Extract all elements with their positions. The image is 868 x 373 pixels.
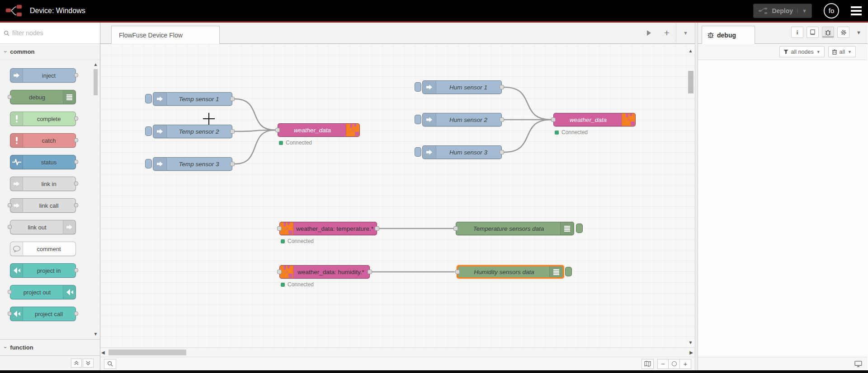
scroll-down-icon[interactable]: ▼ (93, 331, 99, 336)
inject-button[interactable] (145, 126, 152, 136)
collapse-all-categories-button[interactable] (71, 359, 82, 368)
output-port[interactable] (74, 203, 78, 207)
scroll-up-icon[interactable]: ▲ (93, 62, 99, 67)
palette-node-project-out[interactable]: project out (10, 285, 76, 299)
flow-node-hum1[interactable]: Hum sensor 1 (422, 80, 502, 94)
output-port[interactable] (375, 226, 379, 231)
flow-node-wdR[interactable]: weather_dataConnected (553, 113, 636, 126)
flow-canvas[interactable]: ▲ ▼ Temp sensor 1Temp sensor 2Temp senso… (100, 44, 695, 348)
scroll-up-icon[interactable]: ▲ (688, 48, 693, 53)
palette-node-status[interactable]: status (10, 155, 76, 169)
input-port[interactable] (8, 203, 12, 207)
deploy-button[interactable]: Deploy ▼ (753, 4, 812, 18)
output-port[interactable] (74, 73, 78, 77)
inject-button[interactable] (415, 82, 421, 92)
tab-debug[interactable]: debug (702, 26, 755, 44)
minimap-toggle-button[interactable] (642, 359, 654, 369)
input-port[interactable] (8, 225, 12, 229)
main-menu-icon[interactable] (851, 6, 862, 15)
palette-node-inject[interactable]: inject (10, 68, 76, 83)
flow-node-wdL[interactable]: weather_dataConnected (278, 123, 360, 137)
zoom-out-button[interactable]: − (657, 359, 669, 369)
output-port[interactable] (230, 162, 235, 166)
help-sidebar-button[interactable] (807, 27, 819, 38)
input-port[interactable] (8, 290, 12, 294)
open-debug-window-icon[interactable] (854, 361, 862, 367)
input-port[interactable] (275, 128, 280, 132)
scroll-right-icon[interactable]: ▶ (689, 350, 693, 355)
scroll-down-icon[interactable]: ▼ (688, 340, 693, 345)
debug-toggle-button[interactable] (565, 267, 572, 276)
output-port[interactable] (74, 138, 78, 142)
inject-button[interactable] (145, 94, 152, 103)
user-avatar[interactable]: fo (824, 3, 839, 19)
debug-clear-button[interactable]: all ▼ (828, 46, 856, 57)
deploy-chevron-icon[interactable]: ▼ (797, 8, 807, 14)
output-port[interactable] (74, 312, 78, 316)
palette-category-common[interactable]: › common (0, 44, 100, 60)
palette-scrollbar-thumb[interactable] (94, 69, 98, 95)
output-port[interactable] (74, 117, 78, 121)
input-port[interactable] (8, 95, 12, 99)
output-port[interactable] (500, 85, 504, 89)
add-flow-button[interactable]: + (658, 23, 676, 43)
inject-button[interactable] (415, 147, 421, 157)
debug-filter-button[interactable]: all nodes ▼ (779, 46, 825, 57)
output-port[interactable] (230, 97, 235, 101)
inject-button[interactable] (415, 115, 421, 124)
palette-category-function[interactable]: › function (0, 339, 100, 355)
output-port[interactable] (74, 160, 78, 164)
debug-toggle-button[interactable] (576, 224, 583, 233)
palette-node-link-out[interactable]: link out (10, 220, 76, 234)
input-port[interactable] (455, 270, 460, 274)
palette-node-link-call[interactable]: link call (10, 198, 76, 213)
input-port[interactable] (551, 117, 556, 122)
flow-node-temp1[interactable]: Temp sensor 1 (153, 92, 232, 106)
sidebar-splitter[interactable] (695, 23, 698, 370)
sidebar-menu-chevron-icon[interactable]: ▼ (856, 30, 861, 35)
expand-all-categories-button[interactable] (83, 359, 94, 368)
palette-node-project-in[interactable]: project in (10, 263, 76, 278)
scroll-left-icon[interactable]: ◀ (101, 350, 105, 355)
flow-list-chevron-icon[interactable]: ▼ (676, 23, 695, 43)
flow-node-temp3[interactable]: Temp sensor 3 (153, 157, 232, 171)
debug-flow-button[interactable] (640, 23, 658, 43)
canvas-horizontal-scrollbar[interactable]: ◀ ▶ (100, 348, 695, 357)
config-nodes-button[interactable] (837, 27, 849, 38)
input-port[interactable] (277, 270, 282, 274)
wire[interactable] (235, 130, 275, 164)
output-port[interactable] (74, 268, 78, 272)
palette-node-comment[interactable]: comment (10, 242, 76, 256)
zoom-reset-button[interactable] (669, 359, 680, 369)
output-port[interactable] (368, 270, 372, 274)
input-port[interactable] (277, 226, 282, 231)
flow-node-hum3[interactable]: Hum sensor 3 (422, 145, 502, 159)
tab-flowfuse-device-flow[interactable]: FlowFuse Device Flow (111, 26, 220, 44)
debug-sidebar-button[interactable] (822, 27, 834, 38)
output-port[interactable] (230, 129, 235, 134)
palette-node-project-call[interactable]: project call (10, 307, 76, 321)
palette-node-catch[interactable]: catch (10, 133, 76, 148)
search-flows-button[interactable] (104, 359, 116, 369)
flow-node-dbgTemp[interactable]: Temperature sensors data (456, 222, 574, 235)
flow-node-hum2[interactable]: Hum sensor 2 (422, 113, 502, 126)
output-port[interactable] (500, 117, 504, 122)
flow-node-mqttTemp[interactable]: weather_data: temperature.*Connected (279, 222, 377, 235)
palette-node-link-in[interactable]: link in (10, 177, 76, 191)
wire[interactable] (235, 99, 275, 130)
input-port[interactable] (453, 226, 458, 231)
palette-scrollbar[interactable]: ▲ (93, 62, 99, 324)
flow-node-mqttHum[interactable]: weather_data: humidity.*Connected (279, 265, 370, 279)
inject-button[interactable] (145, 159, 152, 168)
vertical-scrollbar-thumb[interactable] (688, 71, 693, 93)
filter-nodes-input[interactable] (12, 29, 80, 37)
palette-node-complete[interactable]: complete (10, 112, 76, 126)
canvas-vertical-scrollbar[interactable]: ▲ ▼ (687, 46, 694, 346)
output-port[interactable] (500, 150, 504, 154)
flow-node-dbgHum[interactable]: Humidity sensors data (457, 265, 564, 279)
info-sidebar-button[interactable]: i (791, 27, 803, 38)
wire[interactable] (504, 87, 551, 120)
input-port[interactable] (8, 312, 12, 316)
output-port[interactable] (74, 182, 78, 186)
zoom-in-button[interactable]: + (680, 359, 691, 369)
